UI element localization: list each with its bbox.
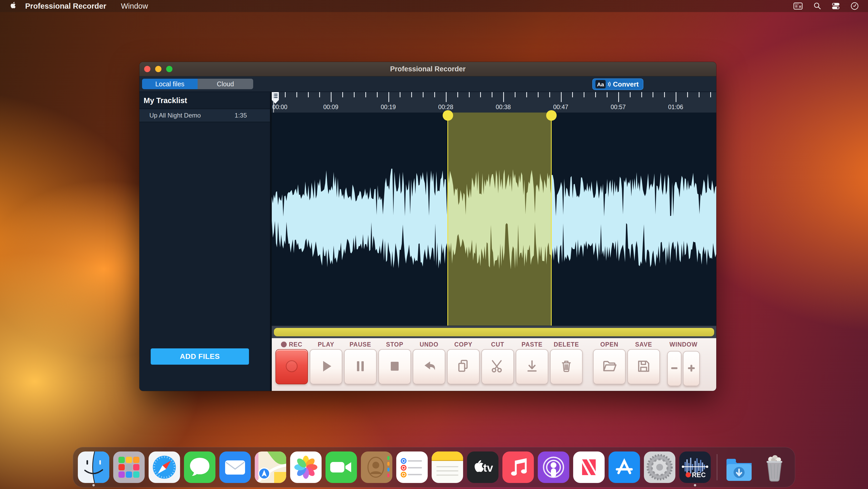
minus-button[interactable]: [667, 351, 681, 386]
time-label: 00:19: [381, 104, 396, 111]
track-row[interactable]: Up All Night Demo 1:35: [140, 109, 270, 122]
undo-button[interactable]: [413, 349, 445, 384]
selection-region[interactable]: [447, 113, 552, 325]
ruler-tick: [411, 92, 412, 97]
tab-bar: Local files Cloud Aa Convert: [140, 76, 716, 92]
dock-news-icon[interactable]: [573, 452, 604, 483]
ruler-tick: [699, 92, 700, 97]
dock-professional-recorder-icon[interactable]: REC: [679, 452, 711, 483]
ruler-tick: [469, 92, 470, 97]
stop-button[interactable]: [378, 349, 411, 384]
dock-mail-icon[interactable]: [219, 452, 251, 483]
toolbar-label-cut: CUT: [491, 340, 504, 349]
save-button[interactable]: [627, 349, 660, 384]
sidebar: My Tracklist Up All Night Demo 1:35 ADD …: [140, 92, 272, 391]
ruler-tick: [549, 92, 550, 97]
dock-messages-icon[interactable]: [184, 452, 215, 483]
paste-icon: [524, 358, 540, 376]
convert-button[interactable]: Aa Convert: [592, 79, 643, 90]
toolbar-label-window: WINDOW: [670, 340, 698, 349]
save-icon: [635, 358, 652, 376]
pause-button[interactable]: [344, 349, 377, 384]
play-button[interactable]: [310, 349, 342, 384]
convert-label: Convert: [613, 80, 639, 88]
toolbar-label-rec: REC: [281, 340, 303, 349]
dock-music-icon[interactable]: [502, 452, 534, 483]
plus-button[interactable]: [683, 351, 700, 386]
time-label: 00:28: [438, 104, 454, 111]
toolbar-group: OPENSAVE: [593, 340, 660, 384]
track-name: Up All Night Demo: [140, 112, 235, 119]
delete-button[interactable]: [550, 349, 583, 384]
dock-maps-icon[interactable]: [255, 452, 286, 483]
close-button[interactable]: [144, 66, 150, 72]
selection-end-handle[interactable]: [546, 110, 557, 121]
selection-start-handle[interactable]: [443, 110, 453, 121]
ruler-tick: [630, 92, 630, 97]
toolbar-label-pause: PAUSE: [350, 340, 371, 349]
dock-divider: [717, 454, 717, 480]
keyboard-input-icon[interactable]: ⌘: [793, 2, 803, 10]
menu-bar: Professional Recorder Window ⌘: [0, 0, 868, 12]
clock-icon[interactable]: [850, 2, 859, 10]
rec-button[interactable]: [275, 349, 308, 384]
minus-icon: [669, 359, 680, 377]
ruler-tick: [618, 92, 619, 102]
dock-podcasts-icon[interactable]: [538, 452, 569, 483]
paste-button[interactable]: [516, 349, 548, 384]
dock-app-store-icon[interactable]: [609, 452, 640, 483]
tab-local-files[interactable]: Local files: [142, 79, 197, 89]
menu-item-window[interactable]: Window: [121, 2, 148, 10]
playhead-marker-icon[interactable]: [272, 92, 279, 105]
dock-launchpad-icon[interactable]: [113, 452, 145, 483]
ruler-tick: [515, 92, 516, 97]
control-center-icon[interactable]: [831, 2, 840, 10]
waveform-area[interactable]: [272, 113, 716, 325]
dock-safari-icon[interactable]: [149, 452, 180, 483]
minimize-button[interactable]: [155, 66, 161, 72]
dock-downloads-icon[interactable]: [723, 452, 755, 483]
ruler-tick: [457, 92, 458, 97]
ruler-tick: [389, 92, 389, 102]
play-icon: [318, 358, 334, 376]
tab-cloud[interactable]: Cloud: [197, 79, 253, 89]
toolbar-label-play: PLAY: [318, 340, 334, 349]
dock-finder-icon[interactable]: [78, 452, 109, 483]
dock-reminders-icon[interactable]: [396, 452, 428, 483]
dock: tvREC: [73, 447, 795, 487]
text-to-speech-aa-icon: Aa: [595, 80, 606, 88]
window-titlebar[interactable]: Professional Recorder: [140, 62, 716, 76]
apple-menu-icon[interactable]: [9, 1, 16, 11]
undo-icon: [421, 358, 437, 376]
ruler-tick: [365, 92, 366, 97]
horizontal-scrollbar[interactable]: [274, 328, 714, 336]
dock-apple-tv-icon[interactable]: tv: [467, 452, 498, 483]
time-label: 01:06: [668, 104, 683, 111]
toolbar-group: RECPLAYPAUSESTOPUNDOCOPYCUTPASTEDELETE: [275, 340, 583, 384]
ruler-tick: [572, 92, 573, 97]
cut-button[interactable]: [482, 349, 514, 384]
menubar-status-icons: ⌘: [793, 2, 859, 10]
cut-icon: [489, 358, 506, 376]
dock-photos-icon[interactable]: [290, 452, 321, 483]
add-files-button[interactable]: ADD FILES: [151, 348, 249, 365]
dock-settings-icon[interactable]: [644, 452, 675, 483]
dock-facetime-icon[interactable]: [326, 452, 357, 483]
dock-notes-icon[interactable]: [432, 452, 463, 483]
dock-contacts-icon[interactable]: [361, 452, 392, 483]
ruler-tick: [664, 92, 665, 97]
professional-recorder-window: Professional Recorder Local files Cloud …: [140, 62, 716, 391]
editor-area: 00:0000:0900:1900:2800:3800:4700:5701:06…: [272, 92, 716, 391]
menu-app-name[interactable]: Professional Recorder: [25, 2, 106, 10]
ruler-tick: [607, 92, 608, 97]
zoom-button[interactable]: [166, 66, 173, 72]
copy-icon: [455, 358, 472, 376]
ruler-tick: [342, 92, 343, 97]
copy-button[interactable]: [447, 349, 479, 384]
timeline-ruler[interactable]: 00:0000:0900:1900:2800:3800:4700:5701:06: [272, 92, 716, 113]
dock-trash-icon[interactable]: [759, 452, 790, 483]
open-button[interactable]: [593, 349, 626, 384]
svg-text:⌘: ⌘: [799, 5, 802, 9]
search-icon[interactable]: [813, 2, 822, 10]
delete-icon: [558, 358, 575, 376]
